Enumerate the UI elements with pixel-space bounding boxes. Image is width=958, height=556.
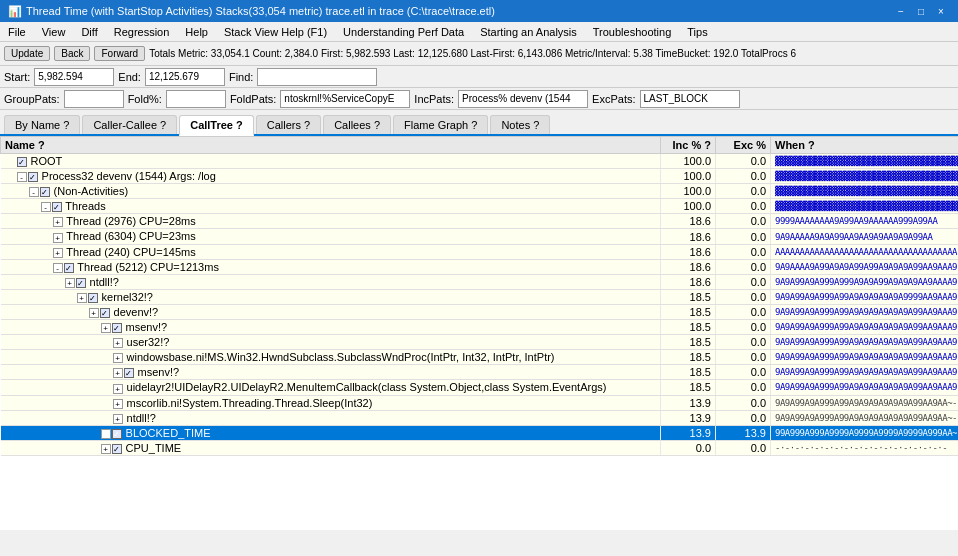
table-row[interactable]: ✓ ROOT100.00.0▓▓▓▓▓▓▓▓▓▓▓▓▓▓▓▓▓▓▓▓▓▓▓▓▓▓… — [1, 154, 959, 169]
menu-item-regression[interactable]: Regression — [106, 24, 178, 40]
update-button[interactable]: Update — [4, 46, 50, 61]
row-label: Thread (5212) CPU=1213ms — [75, 261, 219, 273]
table-row[interactable]: -✓ Threads100.00.0▓▓▓▓▓▓▓▓▓▓▓▓▓▓▓▓▓▓▓▓▓▓… — [1, 199, 959, 214]
tab-notes-[interactable]: Notes ? — [490, 115, 550, 134]
back-button[interactable]: Back — [54, 46, 90, 61]
cell-inc: 0.0 — [661, 440, 716, 455]
table-row[interactable]: -✓ Process32 devenv (1544) Args: /log100… — [1, 169, 959, 184]
table-row[interactable]: -✓ Thread (5212) CPU=1213ms18.60.09A9AAA… — [1, 259, 959, 274]
row-checkbox[interactable]: ✓ — [76, 278, 86, 288]
expander-icon[interactable]: + — [113, 368, 123, 378]
menu-item-stack-view-help-(f1)[interactable]: Stack View Help (F1) — [216, 24, 335, 40]
incpats-input[interactable] — [458, 90, 588, 108]
row-checkbox[interactable]: ✓ — [112, 444, 122, 454]
end-input[interactable] — [145, 68, 225, 86]
tab-flame-graph-[interactable]: Flame Graph ? — [393, 115, 488, 134]
expander-icon[interactable]: - — [41, 202, 51, 212]
start-input[interactable] — [34, 68, 114, 86]
expander-icon[interactable]: + — [113, 384, 123, 394]
expander-icon[interactable]: + — [53, 233, 63, 243]
table-row[interactable]: + user32!?18.50.09A9A99A9A999A99A9A9A9A9… — [1, 335, 959, 350]
expander-icon[interactable]: - — [29, 187, 39, 197]
row-checkbox[interactable]: ✓ — [17, 157, 27, 167]
header-inc[interactable]: Inc % ? — [661, 137, 716, 154]
cell-inc: 18.5 — [661, 320, 716, 335]
tab-caller-callee-[interactable]: Caller-Callee ? — [82, 115, 177, 134]
row-checkbox[interactable]: ✓ — [28, 172, 38, 182]
table-row[interactable]: + mscorlib.ni!System.Threading.Thread.Sl… — [1, 395, 959, 410]
tab-by-name-[interactable]: By Name ? — [4, 115, 80, 134]
row-label: msenv!? — [135, 366, 180, 378]
row-checkbox[interactable]: ✓ — [88, 293, 98, 303]
menu-item-view[interactable]: View — [34, 24, 74, 40]
row-checkbox[interactable]: ✓ — [40, 187, 50, 197]
table-row[interactable]: +✓ devenv!?18.50.09A9A99A9A999A99A9A9A9A… — [1, 304, 959, 319]
menu-item-troubleshooting[interactable]: Troubleshooting — [585, 24, 679, 40]
menu-item-diff[interactable]: Diff — [73, 24, 105, 40]
cell-when: 9A9A99A9A999A99A9A9A9A9A9A9A99AA9AAA9 — [771, 350, 959, 365]
table-row[interactable]: +✓ kernel32!?18.50.09A9A99A9A999A99A9A9A… — [1, 289, 959, 304]
grouppats-input[interactable] — [64, 90, 124, 108]
table-row[interactable]: -✓ (Non-Activities)100.00.0▓▓▓▓▓▓▓▓▓▓▓▓▓… — [1, 184, 959, 199]
tab-calltree-[interactable]: CallTree ? — [179, 115, 254, 136]
row-checkbox[interactable]: ✓ — [112, 323, 122, 333]
maximize-button[interactable]: □ — [912, 3, 930, 19]
menu-item-help[interactable]: Help — [177, 24, 216, 40]
expander-icon[interactable]: + — [101, 444, 111, 454]
cell-inc: 18.5 — [661, 365, 716, 380]
row-checkbox[interactable]: ✓ — [100, 308, 110, 318]
excpats-input[interactable] — [640, 90, 740, 108]
header-exc[interactable]: Exc % — [716, 137, 771, 154]
table-row[interactable]: + Thread (240) CPU=145ms18.60.0AAAAAAAAA… — [1, 244, 959, 259]
table-row[interactable]: +✓ BLOCKED_TIME13.913.999A999A999A9999A9… — [1, 425, 959, 440]
find-input[interactable] — [257, 68, 377, 86]
expander-icon[interactable]: + — [113, 353, 123, 363]
incpats-label: IncPats: — [414, 93, 454, 105]
header-name[interactable]: Name ? — [1, 137, 661, 154]
expander-icon[interactable]: + — [101, 323, 111, 333]
cell-name: -✓ (Non-Activities) — [1, 184, 661, 199]
row-checkbox[interactable]: ✓ — [52, 202, 62, 212]
table-row[interactable]: +✓ msenv!?18.50.09A9A99A9A999A99A9A9A9A9… — [1, 320, 959, 335]
table-row[interactable]: +✓ msenv!?18.50.09A9A99A9A999A99A9A9A9A9… — [1, 365, 959, 380]
expander-icon[interactable]: + — [101, 429, 111, 439]
expander-icon[interactable]: + — [53, 217, 63, 227]
row-checkbox[interactable]: ✓ — [64, 263, 74, 273]
expander-icon[interactable]: + — [113, 338, 123, 348]
row-label: BLOCKED_TIME — [123, 427, 211, 439]
menu-item-starting-an-analysis[interactable]: Starting an Analysis — [472, 24, 585, 40]
close-button[interactable]: × — [932, 3, 950, 19]
expander-icon[interactable]: - — [53, 263, 63, 273]
expander-icon[interactable]: + — [77, 293, 87, 303]
cell-inc: 13.9 — [661, 395, 716, 410]
table-row[interactable]: +✓ CPU_TIME0.00.0-·-·-·-·-·-·-·-·-·-·-·-… — [1, 440, 959, 455]
tab-callees-[interactable]: Callees ? — [323, 115, 391, 134]
expander-icon[interactable]: + — [89, 308, 99, 318]
cell-name: +✓ CPU_TIME — [1, 440, 661, 455]
table-container[interactable]: Name ? Inc % ? Exc % When ? ✓ ROOT100.00… — [0, 136, 958, 530]
menu-item-understanding-perf-data[interactable]: Understanding Perf Data — [335, 24, 472, 40]
expander-icon[interactable]: + — [113, 399, 123, 409]
table-row[interactable]: + windowsbase.ni!MS.Win32.HwndSubclass.S… — [1, 350, 959, 365]
table-row[interactable]: + uidelayr2!UIDelayR2.UIDelayR2.MenuItem… — [1, 380, 959, 395]
forward-button[interactable]: Forward — [94, 46, 145, 61]
cell-inc: 100.0 — [661, 184, 716, 199]
fold-input[interactable] — [166, 90, 226, 108]
table-row[interactable]: + ntdll!?13.90.09A9A99A9A999A99A9A9A9A9A… — [1, 410, 959, 425]
expander-icon[interactable]: + — [113, 414, 123, 424]
expander-icon[interactable]: + — [53, 248, 63, 258]
table-row[interactable]: + Thread (6304) CPU=23ms18.60.09A9AAAAA9… — [1, 229, 959, 244]
expander-icon[interactable]: - — [17, 172, 27, 182]
menu-item-file[interactable]: File — [0, 24, 34, 40]
table-row[interactable]: + Thread (2976) CPU=28ms18.60.09999AAAAA… — [1, 214, 959, 229]
header-when[interactable]: When ? — [771, 137, 959, 154]
tab-callers-[interactable]: Callers ? — [256, 115, 321, 134]
minimize-button[interactable]: − — [892, 3, 910, 19]
row-checkbox[interactable]: ✓ — [112, 429, 122, 439]
table-row[interactable]: +✓ ntdll!?18.60.09A9A99A9A999A999A9A9A99… — [1, 274, 959, 289]
menu-item-tips[interactable]: Tips — [679, 24, 715, 40]
cell-exc: 0.0 — [716, 154, 771, 169]
foldpats-input[interactable] — [280, 90, 410, 108]
expander-icon[interactable]: + — [65, 278, 75, 288]
row-checkbox[interactable]: ✓ — [124, 368, 134, 378]
